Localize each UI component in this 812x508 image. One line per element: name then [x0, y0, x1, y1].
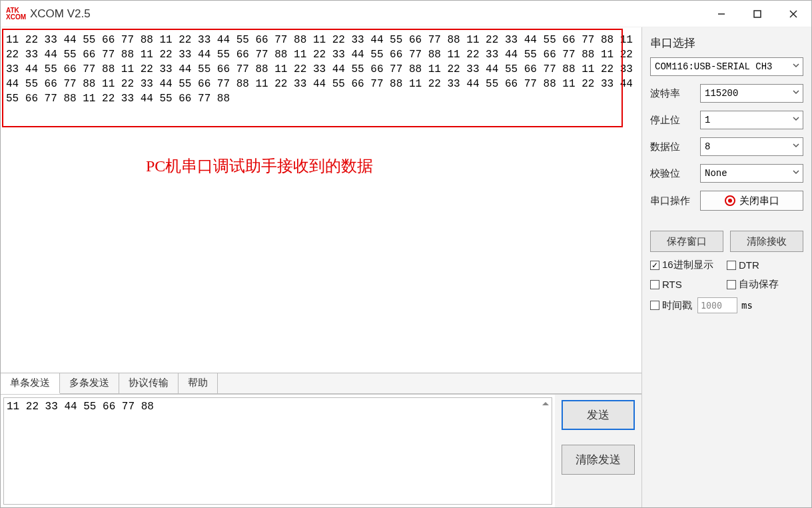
port-toggle-button[interactable]: 关闭串口	[700, 191, 803, 211]
window-controls	[703, 1, 811, 27]
receive-text[interactable]: 11 22 33 44 55 66 77 88 11 22 33 44 55 6…	[5, 31, 637, 107]
clear-send-button[interactable]: 清除发送	[562, 445, 635, 475]
stopbits-select[interactable]: 1	[700, 111, 803, 129]
tab-0[interactable]: 单条发送	[1, 373, 60, 394]
send-button[interactable]: 发送	[562, 400, 635, 430]
port-section-title: 串口选择	[650, 35, 803, 51]
ms-label: ms	[741, 300, 753, 311]
send-row: 发送 清除发送	[1, 394, 641, 507]
databits-label: 数据位	[650, 141, 700, 153]
chevron-down-icon	[792, 141, 800, 152]
baud-label: 波特率	[650, 87, 700, 100]
chevron-down-icon	[792, 168, 800, 179]
autosave-checkbox[interactable]: 自动保存	[727, 278, 803, 291]
svg-rect-1	[754, 11, 761, 17]
send-input[interactable]	[4, 398, 552, 504]
titlebar: ATK XCOM XCOM V2.5	[1, 1, 811, 27]
send-input-wrap	[3, 397, 552, 505]
port-op-label: 串口操作	[650, 195, 700, 207]
parity-label: 校验位	[650, 167, 700, 180]
stopbits-label: 停止位	[650, 114, 700, 127]
chevron-down-icon	[792, 61, 800, 72]
maximize-button[interactable]	[739, 1, 775, 27]
save-window-button[interactable]: 保存窗口	[650, 231, 723, 252]
app-window: ATK XCOM XCOM V2.5 11 22 33 44 55 66 77 …	[0, 0, 812, 508]
rts-checkbox[interactable]: RTS	[650, 279, 727, 290]
timestamp-interval-input[interactable]	[697, 297, 737, 313]
baud-select[interactable]: 115200	[700, 84, 803, 103]
app-logo-icon: ATK XCOM	[6, 7, 26, 21]
scroll-up-icon[interactable]	[541, 399, 550, 411]
window-title: XCOM V2.5	[30, 7, 91, 21]
status-indicator-icon	[725, 195, 735, 206]
parity-select[interactable]: None	[700, 164, 803, 183]
receive-area: 11 22 33 44 55 66 77 88 11 22 33 44 55 6…	[1, 27, 641, 373]
main-column: 11 22 33 44 55 66 77 88 11 22 33 44 55 6…	[1, 27, 642, 507]
minimize-button[interactable]	[703, 1, 739, 27]
chevron-down-icon	[792, 115, 800, 125]
options-group: 16进制显示 DTR RTS 自动保存 时间戳	[650, 259, 803, 320]
send-buttons: 发送 清除发送	[555, 395, 641, 507]
chevron-down-icon	[792, 88, 800, 99]
tab-3[interactable]: 帮助	[179, 373, 218, 393]
dtr-checkbox[interactable]: DTR	[727, 259, 803, 271]
tab-1[interactable]: 多条发送	[60, 373, 119, 393]
side-panel: 串口选择 COM116:USB-SERIAL CH3 波特率 115200 停止…	[642, 27, 811, 507]
port-select[interactable]: COM116:USB-SERIAL CH3	[650, 57, 803, 76]
hex-display-checkbox[interactable]: 16进制显示	[650, 259, 727, 271]
tab-2[interactable]: 协议传输	[119, 373, 179, 393]
clear-receive-button[interactable]: 清除接收	[730, 231, 803, 252]
databits-select[interactable]: 8	[700, 137, 803, 156]
close-button[interactable]	[775, 1, 811, 27]
send-tabs: 单条发送多条发送协议传输帮助	[1, 373, 641, 394]
timestamp-checkbox[interactable]: 时间戳	[650, 299, 692, 312]
